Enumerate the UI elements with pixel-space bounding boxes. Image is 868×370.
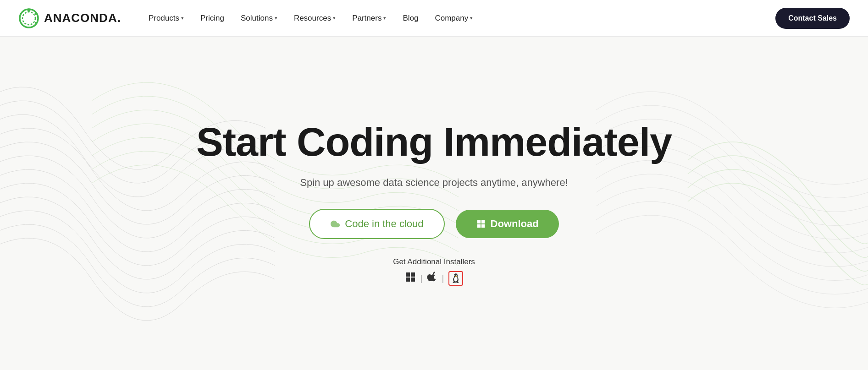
navbar: ANACONDA. Products ▾ Pricing Solutions ▾…	[0, 0, 868, 37]
hero-section: Start Coding Immediately Spin up awesome…	[0, 37, 868, 370]
nav-pricing[interactable]: Pricing	[200, 14, 224, 23]
products-chevron-icon: ▾	[181, 15, 184, 21]
partners-chevron-icon: ▾	[383, 15, 386, 21]
nav-blog[interactable]: Blog	[403, 14, 418, 23]
nav-solutions[interactable]: Solutions ▾	[241, 14, 277, 23]
nav-company[interactable]: Company ▾	[435, 14, 473, 23]
installers-label: Get Additional Installers	[393, 257, 475, 267]
windows-icon	[476, 219, 486, 229]
svg-rect-12	[411, 278, 415, 282]
svg-rect-6	[481, 220, 484, 223]
anaconda-logo-icon	[18, 8, 39, 29]
svg-point-4	[35, 22, 37, 24]
svg-point-21	[453, 282, 455, 283]
svg-point-1	[22, 12, 35, 25]
logo[interactable]: ANACONDA.	[18, 8, 121, 29]
separator-2: |	[442, 274, 444, 283]
solutions-chevron-icon: ▾	[275, 15, 277, 21]
windows-installer-icon[interactable]	[405, 272, 416, 285]
svg-point-3	[35, 12, 37, 15]
svg-rect-5	[477, 220, 480, 223]
hero-title: Start Coding Immediately	[196, 121, 672, 163]
svg-rect-10	[411, 272, 415, 277]
cloud-icon	[330, 219, 340, 229]
code-in-cloud-button[interactable]: Code in the cloud	[309, 209, 444, 239]
linux-installer-icon[interactable]	[448, 271, 463, 286]
svg-point-2	[28, 8, 31, 11]
svg-point-17	[457, 275, 457, 276]
resources-chevron-icon: ▾	[333, 15, 336, 21]
hero-buttons: Code in the cloud Download	[309, 209, 558, 239]
svg-rect-7	[477, 224, 480, 228]
svg-rect-8	[481, 224, 484, 228]
svg-rect-11	[406, 278, 410, 282]
nav-links: Products ▾ Pricing Solutions ▾ Resources…	[149, 14, 775, 23]
hero-content: Start Coding Immediately Spin up awesome…	[196, 121, 672, 286]
hero-subtitle: Spin up awesome data science projects an…	[300, 177, 568, 189]
svg-point-16	[455, 275, 455, 276]
apple-installer-icon[interactable]	[427, 272, 437, 285]
separator-1: |	[420, 274, 423, 283]
svg-point-22	[457, 282, 459, 283]
svg-point-20	[454, 277, 458, 282]
nav-resources[interactable]: Resources ▾	[294, 14, 336, 23]
svg-rect-9	[406, 272, 410, 277]
company-chevron-icon: ▾	[470, 15, 473, 21]
nav-products[interactable]: Products ▾	[149, 14, 184, 23]
download-button[interactable]: Download	[456, 210, 559, 238]
installers-section: Get Additional Installers |	[393, 257, 475, 286]
contact-sales-button[interactable]: Contact Sales	[775, 8, 850, 29]
logo-text: ANACONDA.	[44, 11, 121, 25]
nav-partners[interactable]: Partners ▾	[352, 14, 386, 23]
installers-icons: | |	[405, 271, 463, 286]
